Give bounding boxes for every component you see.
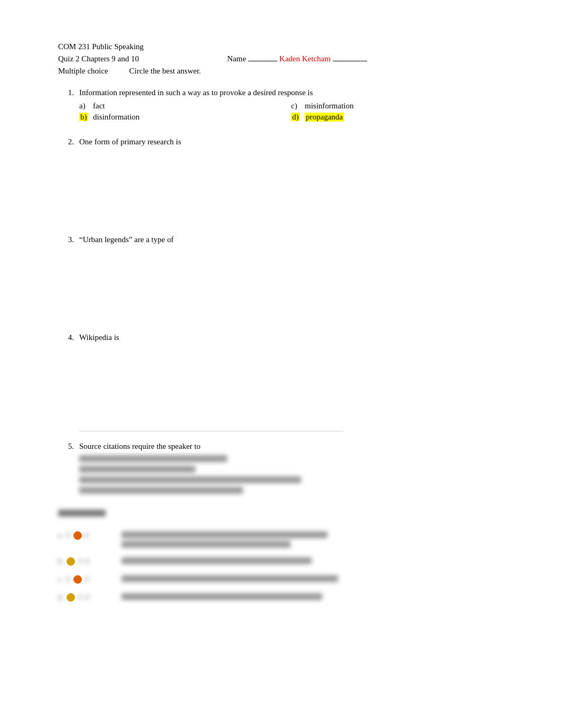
answer-1a: a) fact (79, 102, 291, 110)
question-3: 3. “Urban legends” are a type of (58, 235, 503, 317)
question-5: 5. Source citations require the speaker … (58, 442, 503, 494)
tf-4-true-circle (67, 593, 75, 602)
instruction-type: Multiple choice (58, 67, 108, 76)
section-divider (79, 431, 343, 431)
answer-1c: c) misinformation (291, 102, 503, 110)
instruction-direction: Circle the best answer. (129, 67, 201, 76)
question-3-text: “Urban legends” are a type of (79, 235, 503, 244)
tf-3-text (121, 575, 503, 582)
question-1-number: 1. (58, 88, 74, 97)
question-2: 2. One form of primary research is (58, 137, 503, 219)
tf-2-text (121, 557, 503, 564)
tf-4-text (121, 593, 503, 600)
question-4-text: Wikipedia is (79, 333, 503, 342)
question-5-answers-blurred (79, 455, 503, 494)
answer-1d: d) propaganda (291, 113, 503, 122)
tf-4-options: d. T F (58, 593, 116, 602)
tf-item-3: c. T F (58, 575, 503, 584)
name-underline-after (333, 61, 367, 61)
course-title: COM 231 Public Speaking (58, 42, 503, 51)
answer-1b: b) disinformation (79, 113, 291, 122)
tf-3-false-circle (73, 575, 82, 584)
question-1-answers: a) fact c) misinformation b) disinformat… (79, 102, 503, 122)
tf-2-true-circle (67, 557, 75, 566)
tf-2-options: b. T F (58, 557, 116, 566)
true-false-header (58, 510, 503, 517)
question-1-text: Information represented in such a way as… (79, 88, 503, 97)
tf-1-options: a. T F (58, 531, 116, 540)
questions-section: 1. Information represented in such a way… (58, 88, 503, 602)
question-3-number: 3. (58, 235, 74, 244)
name-underline (248, 61, 277, 61)
question-2-text: One form of primary research is (79, 137, 503, 146)
student-name: Kaden Ketcham (279, 54, 331, 63)
true-false-section: a. T F b. T F c. (58, 510, 503, 602)
question-5-text: Source citations require the speaker to (79, 442, 503, 451)
tf-item-1: a. T F (58, 531, 503, 548)
question-5-number: 5. (58, 442, 74, 451)
question-4-number: 4. (58, 333, 74, 342)
tf-1-text (121, 531, 503, 548)
quiz-title: Quiz 2 Chapters 9 and 10 (58, 54, 195, 63)
tf-1-false-circle (73, 531, 82, 540)
name-label: Name (227, 54, 246, 63)
tf-item-2: b. T F (58, 557, 503, 566)
question-4: 4. Wikipedia is (58, 333, 503, 415)
tf-3-options: c. T F (58, 575, 116, 584)
tf-item-4: d. T F (58, 593, 503, 602)
question-1: 1. Information represented in such a way… (58, 88, 503, 122)
question-2-number: 2. (58, 137, 74, 146)
